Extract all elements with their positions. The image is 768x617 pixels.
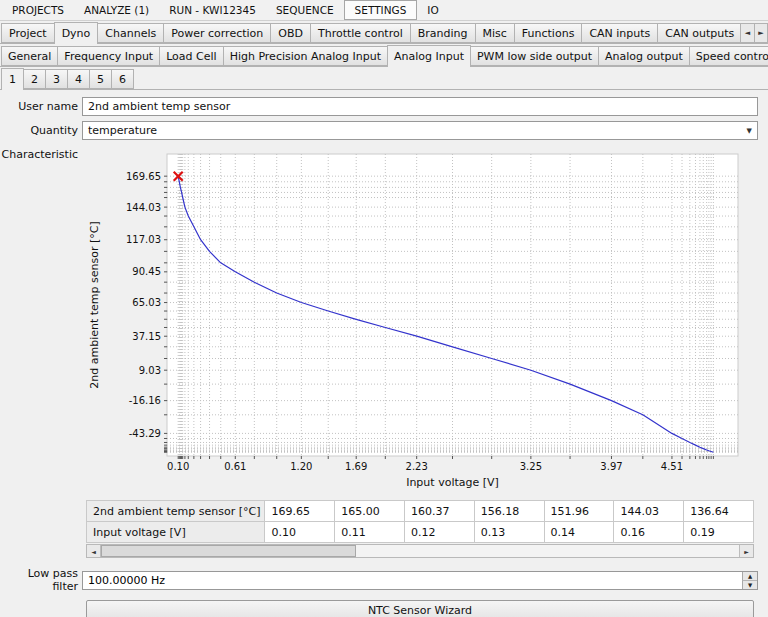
dyno-tab-analog-input[interactable]: Analog Input <box>387 45 471 67</box>
low-pass-filter-input[interactable] <box>82 571 758 590</box>
menu-tab-analyze-1[interactable]: ANALYZE (1) <box>74 0 159 20</box>
table-h-scrollbar[interactable]: ◄ ► <box>86 544 754 558</box>
spin-down-button[interactable]: ▼ <box>742 581 757 589</box>
settings-tab-throttle-control[interactable]: Throttle control <box>310 23 411 43</box>
settings-tab-branding[interactable]: Branding <box>410 23 476 43</box>
y-tick-label: 37.15 <box>132 331 161 342</box>
x-tick-label: 0.61 <box>224 461 246 472</box>
settings-tab-can-inputs[interactable]: CAN inputs <box>581 23 658 43</box>
dyno-tab-general[interactable]: General <box>1 46 58 66</box>
settings-tab-power-correction[interactable]: Power correction <box>163 23 271 43</box>
table-row-header[interactable]: 2nd ambient temp sensor [°C] <box>87 501 265 522</box>
user-name-label: User name <box>0 100 82 113</box>
dyno-tab-frequency-input[interactable]: Frequency Input <box>57 46 160 66</box>
characteristic-cell[interactable]: 0.19 <box>684 522 754 543</box>
dyno-tabbar: GeneralFrequency InputLoad CellHigh Prec… <box>0 44 768 67</box>
table-row-header[interactable]: Input voltage [V] <box>87 522 265 543</box>
menu-tab-sequence[interactable]: SEQUENCE <box>266 0 344 20</box>
y-tick-label: 65.03 <box>132 297 161 308</box>
characteristic-cell[interactable]: 0.13 <box>474 522 544 543</box>
quantity-label: Quantity <box>0 124 82 137</box>
settings-tab-channels[interactable]: Channels <box>97 23 164 43</box>
channel-tabbar: 123456 <box>0 67 768 90</box>
characteristic-cell[interactable]: 0.10 <box>265 522 335 543</box>
characteristic-cell[interactable]: 0.12 <box>405 522 475 543</box>
characteristic-chart[interactable]: 0.100.611.201.692.233.253.974.51169.6514… <box>82 146 750 493</box>
characteristic-cell[interactable]: 165.00 <box>335 501 405 522</box>
y-tick-label: -16.16 <box>129 395 161 406</box>
channel-tab-3[interactable]: 3 <box>45 69 68 89</box>
menu-tab-run-kwi12345[interactable]: RUN - KWI12345 <box>159 0 266 20</box>
characteristic-label: Characteristic <box>0 146 82 161</box>
y-tick-label: 9.03 <box>139 365 161 376</box>
spin-up-button[interactable]: ▲ <box>742 572 757 581</box>
settings-tabbar: ◄ ► ProjectDynoChannelsPower correctionO… <box>0 21 768 44</box>
settings-tab-dyno[interactable]: Dyno <box>54 22 99 44</box>
low-pass-filter-label: Low pass filter <box>0 567 82 593</box>
characteristic-cell[interactable]: 151.96 <box>544 501 614 522</box>
channel-tab-2[interactable]: 2 <box>23 69 46 89</box>
characteristic-table: 2nd ambient temp sensor [°C]169.65165.00… <box>86 500 754 543</box>
settings-tab-misc[interactable]: Misc <box>475 23 515 43</box>
chevron-down-icon: ▼ <box>747 127 752 135</box>
dyno-tab-load-cell[interactable]: Load Cell <box>159 46 223 66</box>
settings-tab-functions[interactable]: Functions <box>514 23 583 43</box>
characteristic-cell[interactable]: 156.18 <box>474 501 544 522</box>
scrollbar-thumb[interactable] <box>101 545 356 557</box>
characteristic-cell[interactable]: 160.37 <box>405 501 475 522</box>
scroll-left-icon: ◄ <box>91 548 96 555</box>
user-name-row: User name <box>0 97 758 116</box>
characteristic-cell[interactable]: 0.16 <box>614 522 684 543</box>
characteristic-cell[interactable]: 144.03 <box>614 501 684 522</box>
x-tick-label: 3.25 <box>520 461 542 472</box>
menu-tab-projects[interactable]: PROJECTS <box>2 0 74 20</box>
chevron-right-icon: ► <box>758 29 763 37</box>
main-menubar: PROJECTSANALYZE (1)RUN - KWI12345SEQUENC… <box>0 0 768 21</box>
channel-tab-4[interactable]: 4 <box>67 69 90 89</box>
dyno-tab-pwm-low-side-output[interactable]: PWM low side output <box>470 46 599 66</box>
spin-down-icon: ▼ <box>748 582 752 588</box>
channel-tab-5[interactable]: 5 <box>89 69 112 89</box>
channel-tab-6[interactable]: 6 <box>111 69 134 89</box>
characteristic-row: Characteristic 0.100.611.201.692.233.253… <box>0 146 758 493</box>
chevron-left-icon: ◄ <box>745 29 750 37</box>
quantity-select[interactable]: temperature ▼ <box>82 121 758 140</box>
dyno-tab-high-precision-analog-input[interactable]: High Precision Analog Input <box>223 46 388 66</box>
characteristic-cell[interactable]: 0.14 <box>544 522 614 543</box>
settings-tab-project[interactable]: Project <box>1 23 55 43</box>
ntc-sensor-wizard-button[interactable]: NTC Sensor Wizard <box>86 600 754 617</box>
scroll-right-button[interactable]: ► <box>739 545 753 557</box>
y-tick-label: -43.29 <box>129 428 161 439</box>
dyno-tab-analog-output[interactable]: Analog output <box>598 46 690 66</box>
y-tick-label: 117.03 <box>126 234 161 245</box>
scroll-left-button[interactable]: ◄ <box>87 545 101 557</box>
settings-tab-obd[interactable]: OBD <box>270 23 311 43</box>
tab-scroll-right-button[interactable]: ► <box>754 23 768 43</box>
table-row: 2nd ambient temp sensor [°C]169.65165.00… <box>87 501 754 522</box>
user-name-input[interactable] <box>82 97 758 116</box>
x-tick-label: 3.97 <box>600 461 622 472</box>
menu-tab-io[interactable]: IO <box>417 0 448 20</box>
spin-up-icon: ▲ <box>748 573 752 579</box>
characteristic-cell[interactable]: 169.65 <box>265 501 335 522</box>
scrollbar-track[interactable] <box>101 545 739 557</box>
x-tick-label: 0.10 <box>167 461 189 472</box>
channel-tab-1[interactable]: 1 <box>1 68 24 90</box>
characteristic-cell[interactable]: 136.64 <box>684 501 754 522</box>
quantity-value: temperature <box>88 124 157 137</box>
tab-scroll-left-button[interactable]: ◄ <box>740 23 754 43</box>
dyno-tab-speed-control[interactable]: Speed control <box>689 46 768 66</box>
y-tick-label: 144.03 <box>126 202 161 213</box>
y-axis-title: 2nd ambient temp sensor [°C] <box>88 221 101 388</box>
low-pass-filter-row: Low pass filter ▲ ▼ <box>0 567 758 593</box>
characteristic-cell[interactable]: 0.11 <box>335 522 405 543</box>
menu-tab-settings[interactable]: SETTINGS <box>344 0 418 20</box>
quantity-row: Quantity temperature ▼ <box>0 121 758 140</box>
tab-scroll-buttons: ◄ ► <box>740 23 768 43</box>
low-pass-filter-spinbox: ▲ ▼ <box>82 571 758 590</box>
settings-tab-can-outputs[interactable]: CAN outputs <box>657 23 742 43</box>
scroll-right-icon: ► <box>744 548 749 555</box>
y-tick-label: 90.45 <box>132 266 161 277</box>
y-tick-label: 169.65 <box>126 171 161 182</box>
spinner-buttons: ▲ ▼ <box>742 572 757 589</box>
